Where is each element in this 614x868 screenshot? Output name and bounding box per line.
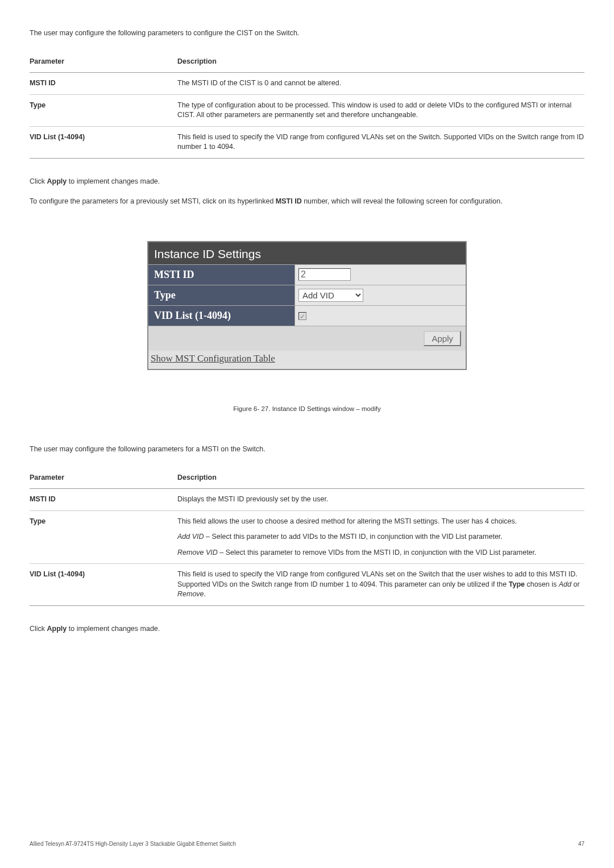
configure-prefix: To configure the parameters for a previo… [30,197,276,205]
configure-bold: MSTI ID [276,197,302,205]
table-row: MSTI ID The MSTI ID of the CIST is 0 and… [30,73,584,95]
param-desc: The MSTI ID of the CIST is 0 and cannot … [177,73,584,95]
apply-bold: Apply [47,625,67,633]
click-apply-text-2: Click Apply to implement changes made. [30,624,584,634]
addvid-em: Add VID [177,533,204,541]
param-label: MSTI ID [30,495,56,503]
apply-button[interactable]: Apply [424,331,461,346]
vid-desc-em1: Add [559,580,571,588]
configure-suffix: number, which will reveal the following … [302,197,503,205]
table-row: VID List (1-4094) This field is used to … [30,126,584,158]
page-footer: Allied Telesyn AT-9724TS High-Density La… [30,840,584,848]
type-desc-line2: Add VID – Select this parameter to add V… [177,532,584,542]
type-select[interactable]: Add VID [298,289,363,302]
param-desc: The type of configuration about to be pr… [177,94,584,126]
vid-desc-bold: Type [509,580,525,588]
vid-desc-or: or [571,580,580,588]
table-row: Type This field allows the user to choos… [30,510,584,564]
settings-row-vid: VID List (1-4094) [148,305,466,326]
configure-msti-text: To configure the parameters for a previo… [30,197,584,207]
param-desc: This field is used to specify the VID ra… [177,564,584,606]
parameter-table-1: Parameter Description MSTI ID The MSTI I… [30,51,584,159]
removevid-rest: – Select this parameter to remove VIDs f… [218,549,537,556]
parameter-table-2: Parameter Description MSTI ID Displays t… [30,467,584,606]
addvid-rest: – Select this parameter to add VIDs to t… [204,533,503,541]
vid-list-label: VID List (1-4094) [148,306,295,326]
table1-header-param: Parameter [30,51,177,73]
figure-caption: Figure 6- 27. Instance ID Settings windo… [30,404,584,413]
param-label: Type [30,517,45,525]
click-apply-text: Click Apply to implement changes made. [30,177,584,187]
vid-desc-end: . [204,590,206,598]
type-label: Type [148,285,295,305]
type-desc-line1: This field allows the user to choose a d… [177,517,584,527]
apply-prefix: Click [30,177,47,185]
param-label: Type [30,101,45,109]
apply-suffix: to implement changes made. [67,625,160,633]
table-row: Type The type of configuration about to … [30,94,584,126]
vid-desc-em2: Remove [177,590,204,598]
msti-id-label: MSTI ID [148,265,295,285]
vid-desc-mid: chosen is [525,580,559,588]
param-desc: Displays the MSTI ID previously set by t… [177,489,584,511]
apply-bold: Apply [47,177,67,185]
settings-row-type: Type Add VID [148,285,466,305]
msti-id-input[interactable] [298,268,351,281]
settings-apply-row: Apply [148,326,466,351]
apply-suffix: to implement changes made. [67,177,160,185]
footer-left: Allied Telesyn AT-9724TS High-Density La… [30,840,236,848]
table-row: VID List (1-4094) This field is used to … [30,564,584,606]
settings-row-msti: MSTI ID [148,264,466,285]
instance-id-settings-window: Instance ID Settings MSTI ID Type Add VI… [147,241,467,371]
param-label: MSTI ID [30,79,56,87]
param-desc: This field allows the user to choose a d… [177,510,584,564]
settings-title: Instance ID Settings [148,242,466,264]
param-desc: This field is used to specify the VID ra… [177,126,584,158]
apply-prefix: Click [30,625,47,633]
intro-text: The user may configure the following par… [30,28,584,39]
type-desc-line3: Remove VID – Select this parameter to re… [177,548,584,558]
table2-header-desc: Description [177,467,584,489]
removevid-em: Remove VID [177,549,218,556]
table2-header-param: Parameter [30,467,177,489]
table1-header-desc: Description [177,51,584,73]
param-label: VID List (1-4094) [30,570,85,578]
vid-checkbox[interactable] [298,312,306,320]
intro-text-2: The user may configure the following par… [30,445,584,455]
show-mst-config-link[interactable]: Show MST Configuration Table [151,353,275,364]
param-label: VID List (1-4094) [30,133,85,141]
footer-page-number: 47 [578,840,584,848]
table-row: MSTI ID Displays the MSTI ID previously … [30,489,584,511]
